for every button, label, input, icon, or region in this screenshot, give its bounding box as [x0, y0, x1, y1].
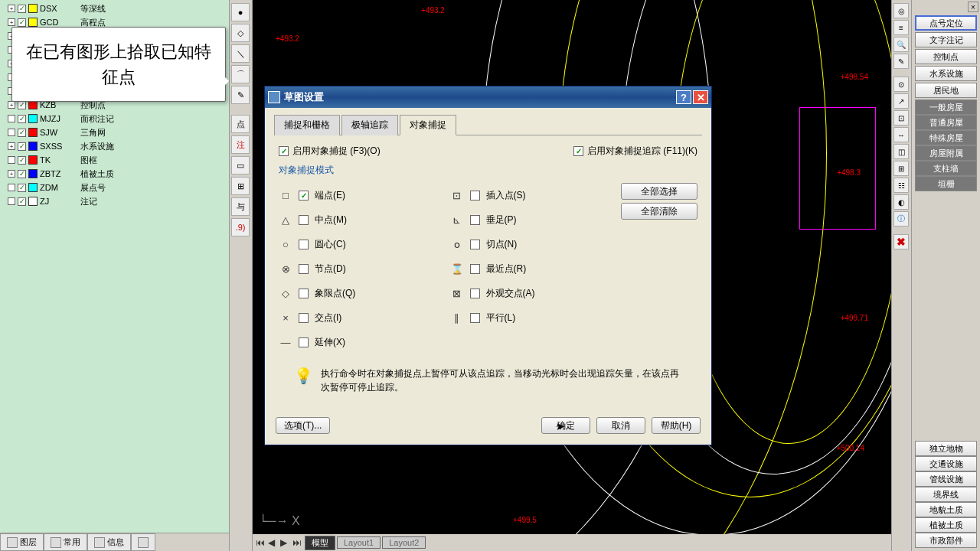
- category-button[interactable]: 地貌土质: [915, 502, 977, 517]
- tab-info[interactable]: 信息: [87, 533, 131, 551]
- visibility-checkbox[interactable]: ✓: [18, 5, 26, 13]
- btn-locate[interactable]: 点号定位: [915, 15, 977, 31]
- tool-c-icon[interactable]: ↔: [893, 127, 909, 142]
- osnap-option[interactable]: ○ 圆心(C): [279, 232, 450, 256]
- snap-checkbox[interactable]: [470, 289, 480, 298]
- btn-water[interactable]: 水系设施: [915, 66, 977, 81]
- cancel-button[interactable]: 取消: [596, 417, 645, 434]
- color-swatch[interactable]: [28, 128, 38, 137]
- category-button[interactable]: 特殊房屋: [915, 130, 977, 145]
- nav-last-icon[interactable]: ⏭: [292, 537, 303, 548]
- tool-zhu[interactable]: 注: [231, 135, 250, 154]
- osnap-option[interactable]: △ 中点(M): [279, 207, 450, 232]
- tool-layers-icon[interactable]: ≡: [893, 20, 909, 35]
- category-button[interactable]: 交通设施: [915, 456, 977, 471]
- tool-dian[interactable]: 点: [231, 115, 250, 133]
- options-button[interactable]: 选项(T)...: [276, 417, 330, 434]
- tool-f-icon[interactable]: ☷: [893, 178, 909, 193]
- panel-close-icon[interactable]: ×: [968, 2, 978, 12]
- tool-b-icon[interactable]: ⊡: [893, 110, 909, 126]
- snap-checkbox[interactable]: [299, 337, 309, 347]
- snap-checkbox[interactable]: [299, 289, 309, 298]
- expand-icon[interactable]: [8, 197, 15, 205]
- visibility-checkbox[interactable]: ✓: [18, 129, 26, 137]
- tab-snap-grid[interactable]: 捕捉和栅格: [274, 115, 340, 135]
- snap-checkbox[interactable]: [470, 191, 480, 201]
- snap-checkbox[interactable]: [299, 240, 309, 249]
- tool-point[interactable]: ●: [231, 3, 250, 21]
- category-button[interactable]: 房屋附属: [915, 145, 977, 161]
- expand-icon[interactable]: +: [8, 142, 15, 150]
- layer-row[interactable]: ✓ ZDM 展点号: [2, 181, 227, 194]
- close-icon[interactable]: ✕: [693, 90, 708, 104]
- tool-target-icon[interactable]: ◎: [893, 3, 909, 18]
- category-button[interactable]: 境界线: [915, 487, 977, 502]
- help-icon[interactable]: ?: [676, 90, 691, 104]
- snap-checkbox[interactable]: [470, 264, 480, 274]
- snap-checkbox[interactable]: ✓: [299, 191, 309, 201]
- layer-row[interactable]: ✓ MJZJ 面积注记: [2, 112, 227, 126]
- btn-text-anno[interactable]: 文字注记: [915, 32, 977, 47]
- visibility-checkbox[interactable]: ✓: [18, 184, 26, 192]
- dialog-titlebar[interactable]: 草图设置 ? ✕: [265, 86, 711, 108]
- osnap-option[interactable]: ⊠ 外观交点(A): [450, 281, 622, 305]
- visibility-checkbox[interactable]: ✓: [18, 115, 26, 123]
- osnap-option[interactable]: □ ✓ 端点(E): [279, 183, 450, 207]
- tool-a-icon[interactable]: ↗: [893, 93, 909, 109]
- visibility-checkbox[interactable]: ✓: [18, 197, 26, 206]
- osnap-option[interactable]: × 交点(I): [279, 305, 450, 330]
- nav-prev-icon[interactable]: ◀: [268, 537, 279, 548]
- visibility-checkbox[interactable]: ✓: [18, 18, 26, 27]
- category-button[interactable]: 独立地物: [915, 441, 977, 456]
- tool-d-icon[interactable]: ◫: [893, 144, 909, 159]
- expand-icon[interactable]: +: [8, 101, 15, 109]
- expand-icon[interactable]: +: [8, 18, 15, 26]
- expand-icon[interactable]: [8, 129, 15, 136]
- tool-e-icon[interactable]: ⊞: [893, 161, 909, 176]
- tool-palette-icon[interactable]: ◐: [893, 194, 909, 210]
- osnap-option[interactable]: ⊾ 垂足(P): [450, 207, 622, 232]
- tab-layout1[interactable]: Layout1: [337, 536, 381, 549]
- color-swatch[interactable]: [28, 142, 38, 151]
- btn-control-pt[interactable]: 控制点: [915, 49, 977, 64]
- color-swatch[interactable]: [28, 169, 38, 178]
- category-button[interactable]: 一般房屋: [915, 99, 977, 115]
- nav-next-icon[interactable]: ▶: [280, 537, 291, 548]
- expand-icon[interactable]: +: [8, 5, 15, 12]
- color-swatch[interactable]: [28, 114, 38, 123]
- tool-search-icon[interactable]: ⊙: [893, 77, 909, 92]
- color-swatch[interactable]: [28, 18, 38, 27]
- tab-layout2[interactable]: Layout2: [382, 536, 426, 549]
- tab-polar-track[interactable]: 极轴追踪: [341, 115, 398, 135]
- tool-line[interactable]: ＼: [231, 44, 250, 63]
- expand-icon[interactable]: +: [8, 170, 15, 178]
- tool-info-icon[interactable]: ⓘ: [893, 211, 909, 227]
- osnap-option[interactable]: ᴏ 切点(N): [450, 232, 622, 256]
- color-swatch[interactable]: [28, 4, 38, 13]
- layer-row[interactable]: + ✓ ZBTZ 植被土质: [2, 167, 227, 181]
- tab-object-snap[interactable]: 对象捕捉: [400, 115, 456, 135]
- select-all-button[interactable]: 全部选择: [621, 183, 697, 200]
- tool-zoom-icon[interactable]: 🔍: [893, 37, 909, 52]
- tab-layers[interactable]: 图层: [0, 533, 44, 551]
- visibility-checkbox[interactable]: ✓: [18, 142, 26, 151]
- color-swatch[interactable]: [28, 183, 38, 192]
- osnap-option[interactable]: ⊡ 插入点(S): [450, 183, 622, 207]
- expand-icon[interactable]: [8, 115, 15, 122]
- clear-all-button[interactable]: 全部清除: [621, 203, 697, 220]
- visibility-checkbox[interactable]: ✓: [18, 156, 26, 165]
- color-swatch[interactable]: [28, 197, 38, 206]
- tab-extra[interactable]: [131, 533, 155, 551]
- ok-button[interactable]: 确定➤: [541, 417, 590, 434]
- tool-dim[interactable]: .9): [231, 218, 250, 236]
- enable-osnap-track-checkbox[interactable]: ✓启用对象捕捉追踪 (F11)(K): [573, 145, 697, 158]
- snap-checkbox[interactable]: [299, 215, 309, 225]
- tab-common[interactable]: 常用: [44, 533, 87, 551]
- expand-icon[interactable]: [8, 184, 15, 191]
- snap-checkbox[interactable]: [299, 264, 309, 274]
- osnap-option[interactable]: ⊗ 节点(D): [279, 256, 450, 281]
- snap-checkbox[interactable]: [470, 313, 480, 323]
- category-button[interactable]: 垣栅: [915, 176, 977, 191]
- category-button[interactable]: 支柱墙: [915, 161, 977, 176]
- osnap-option[interactable]: ∥ 平行(L): [450, 305, 622, 330]
